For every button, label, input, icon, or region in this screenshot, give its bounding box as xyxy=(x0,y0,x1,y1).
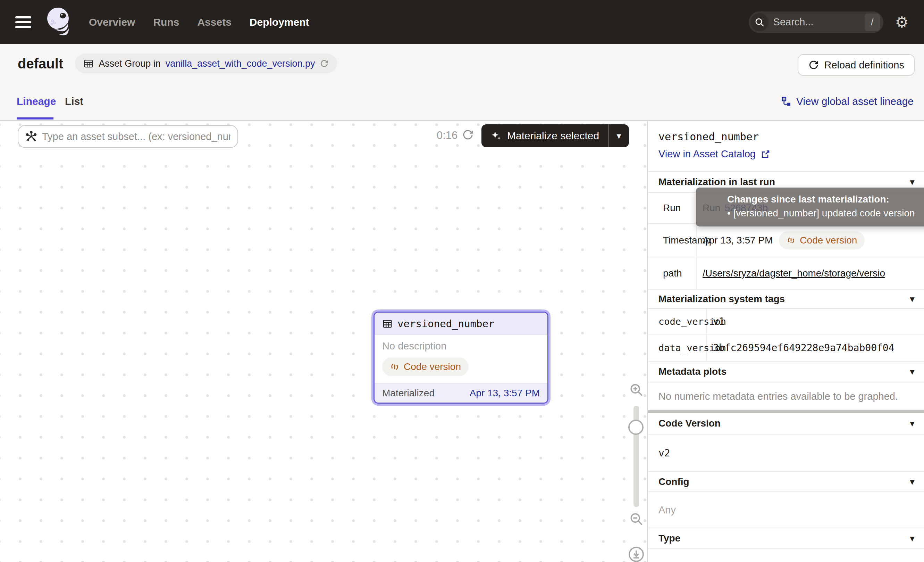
timestamp-value: Apr 13, 3:57 PM Code xyxy=(697,224,924,257)
path-link[interactable]: /Users/sryza/dagster_home/storage/versio xyxy=(702,268,885,279)
asset-node-footer: Materialized Apr 13, 3:57 PM xyxy=(375,383,548,403)
nav-item-runs[interactable]: Runs xyxy=(153,17,179,28)
timestamp-text: Apr 13, 3:57 PM xyxy=(702,235,772,246)
refresh-timer: 0:16 xyxy=(436,129,458,142)
path-label: path xyxy=(648,257,697,289)
lineage-canvas[interactable]: 0:16 Materialize selected ▾ versioned_nu… xyxy=(0,121,647,562)
tag-value: 3bfc269594ef649228e9a74bab00f04 xyxy=(707,335,924,361)
active-tab-underline xyxy=(16,117,54,119)
code-version-badge-label: Code version xyxy=(800,235,857,246)
code-version-badge-label: Code version xyxy=(404,361,461,372)
materialized-status-label: Materialized xyxy=(382,388,435,399)
app-root: Overview Runs Assets Deployment / ⚙ defa… xyxy=(0,0,924,562)
tag-key: data_version xyxy=(648,335,707,361)
section-title: Config xyxy=(658,476,689,487)
materialize-main[interactable]: Materialize selected xyxy=(482,124,608,147)
nav-item-deployment[interactable]: Deployment xyxy=(250,17,309,28)
code-version-sync-icon xyxy=(390,362,399,372)
table-row: code_version v1 xyxy=(648,309,924,335)
asset-node-body: No description Code version xyxy=(375,335,548,383)
section-config[interactable]: Config ▾ xyxy=(648,471,924,492)
code-version-badge: Code version xyxy=(779,231,865,249)
asset-detail-panel: versioned_number View in Asset Catalog M… xyxy=(647,121,924,562)
sparkle-icon xyxy=(490,130,502,141)
table-row: path /Users/sryza/dagster_home/storage/v… xyxy=(648,257,924,290)
config-value: Any xyxy=(648,492,924,527)
section-title: Materialization system tags xyxy=(658,293,785,305)
page-title: default xyxy=(18,56,63,72)
gear-icon[interactable]: ⚙ xyxy=(895,15,909,30)
view-global-asset-lineage-label: View global asset lineage xyxy=(796,96,914,107)
zoom-slider[interactable] xyxy=(633,406,639,507)
view-in-asset-catalog-label: View in Asset Catalog xyxy=(658,148,756,160)
materialize-dropdown-caret[interactable]: ▾ xyxy=(609,124,629,147)
download-view-icon[interactable] xyxy=(628,546,645,562)
page-body: default Asset Group in vanilla_asset_wit… xyxy=(0,44,924,562)
zoom-slider-handle[interactable] xyxy=(628,419,644,435)
timestamp-label: Timestamp xyxy=(648,224,697,257)
main-content: 0:16 Materialize selected ▾ versioned_nu… xyxy=(0,121,924,562)
asset-subset-input[interactable] xyxy=(42,131,231,143)
asset-group-grid-icon xyxy=(83,59,94,69)
nav-links: Overview Runs Assets Deployment xyxy=(89,17,309,28)
collapse-caret-icon: ▾ xyxy=(910,533,914,543)
nav-item-overview[interactable]: Overview xyxy=(89,17,135,28)
top-navbar: Overview Runs Assets Deployment / ⚙ xyxy=(0,0,924,44)
tab-list[interactable]: List xyxy=(65,96,83,107)
search-icon xyxy=(750,13,768,31)
section-materialization-system-tags[interactable]: Materialization system tags ▾ xyxy=(648,290,924,309)
code-version-value: v2 xyxy=(648,434,924,471)
search-shortcut-key: / xyxy=(865,14,880,31)
breadcrumb-file-link[interactable]: vanilla_asset_with_code_version.py xyxy=(166,59,315,69)
breadcrumb: Asset Group in vanilla_asset_with_code_v… xyxy=(75,54,337,73)
system-tags-table: code_version v1 data_version 3bfc269594e… xyxy=(648,309,924,362)
tag-value: v1 xyxy=(707,309,924,334)
collapse-caret-icon: ▾ xyxy=(910,477,914,487)
zoom-in-icon[interactable] xyxy=(628,382,644,397)
collapse-caret-icon: ▾ xyxy=(910,294,914,304)
refresh-icon[interactable] xyxy=(320,59,329,68)
reload-definitions-label: Reload definitions xyxy=(824,59,904,71)
reload-definitions-button[interactable]: Reload definitions xyxy=(798,54,915,76)
external-link-icon xyxy=(760,149,770,159)
materialize-label: Materialize selected xyxy=(507,130,599,142)
asset-subset-filter[interactable] xyxy=(18,125,238,148)
materialize-selected-button[interactable]: Materialize selected ▾ xyxy=(482,124,629,147)
metadata-plots-empty-message: No numeric metadata entries available to… xyxy=(648,382,924,410)
view-global-asset-lineage-link[interactable]: View global asset lineage xyxy=(781,96,914,107)
asset-node-title: versioned_number xyxy=(398,318,494,330)
collapse-caret-icon: ▾ xyxy=(910,177,914,187)
materialized-time[interactable]: Apr 13, 3:57 PM xyxy=(470,388,540,399)
zoom-out-icon[interactable] xyxy=(628,511,644,527)
breadcrumb-prefix: Asset Group in xyxy=(99,59,161,69)
dagster-logo-icon[interactable] xyxy=(44,6,72,38)
search-input[interactable] xyxy=(773,17,865,28)
collapse-caret-icon: ▾ xyxy=(910,367,914,377)
asset-node-header: versioned_number xyxy=(375,313,548,335)
search-bar[interactable]: / xyxy=(749,12,884,33)
tab-lineage[interactable]: Lineage xyxy=(16,96,56,107)
view-in-asset-catalog-link[interactable]: View in Asset Catalog xyxy=(658,148,770,160)
page-header: default Asset Group in vanilla_asset_wit… xyxy=(18,54,337,73)
panel-thick-divider xyxy=(648,410,924,413)
collapse-caret-icon: ▾ xyxy=(910,419,914,428)
section-type[interactable]: Type ▾ xyxy=(648,527,924,549)
run-label: Run xyxy=(648,193,697,223)
lineage-graph-icon xyxy=(781,96,791,107)
section-title: Type xyxy=(658,533,680,544)
code-version-badge: Code version xyxy=(382,358,469,376)
asset-node-versioned-number[interactable]: versioned_number No description xyxy=(374,311,548,404)
section-title: Code Version xyxy=(658,418,721,429)
section-metadata-plots[interactable]: Metadata plots ▾ xyxy=(648,362,924,382)
asset-subset-icon xyxy=(26,131,37,143)
tooltip-item: [versioned_number] updated code version xyxy=(727,208,924,219)
reload-icon xyxy=(808,59,819,71)
nav-item-assets[interactable]: Assets xyxy=(197,17,231,28)
zoom-controls xyxy=(626,382,646,562)
hamburger-menu-icon[interactable] xyxy=(15,17,31,28)
panel-asset-name: versioned_number xyxy=(658,131,924,143)
section-code-version[interactable]: Code Version ▾ xyxy=(648,413,924,434)
tooltip-title: Changes since last materialization: xyxy=(727,194,924,205)
tag-key: code_version xyxy=(648,309,707,334)
canvas-refresh-icon[interactable] xyxy=(462,129,474,141)
